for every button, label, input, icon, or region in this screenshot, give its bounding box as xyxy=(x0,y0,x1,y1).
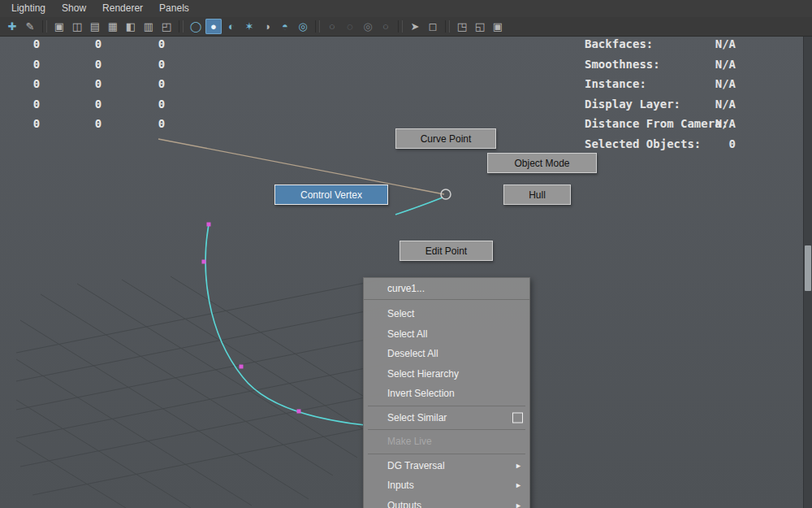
select-cursor-icon[interactable]: ➤ xyxy=(407,19,423,34)
menu-renderer[interactable]: Renderer xyxy=(94,0,151,17)
hud-counter: 0 xyxy=(31,98,42,111)
marking-menu-curve-point[interactable]: Curve Point xyxy=(395,128,496,149)
marking-menu-control-vertex[interactable]: Control Vertex xyxy=(274,185,388,205)
context-menu-item-make-live: Make Live xyxy=(364,432,529,452)
scrollbar-thumb[interactable] xyxy=(805,245,811,291)
isolate-select-icon[interactable]: ◳ xyxy=(454,19,470,34)
move-tool-icon[interactable]: ✚ xyxy=(4,19,20,34)
hud-counter: 0 xyxy=(156,37,167,51)
context-menu-item-invert-selection[interactable]: Invert Selection xyxy=(364,384,529,404)
hud-label: Display Layer: xyxy=(585,98,680,111)
marking-menu-hull[interactable]: Hull xyxy=(503,185,571,205)
hud-counter: 0 xyxy=(31,58,42,72)
hud-line: Distance From Camera:N/A xyxy=(585,117,736,137)
context-menu-body: Select Select All Deselect All Select Hi… xyxy=(364,300,529,508)
toolbar-separator xyxy=(398,20,403,33)
marking-menu-edit-point[interactable]: Edit Point xyxy=(400,241,493,261)
pane-swap-icon[interactable]: ◱ xyxy=(472,19,488,34)
hud-counter: 0 xyxy=(93,117,104,131)
hud-label: Smoothness: xyxy=(585,58,660,71)
menu-item-label: Inputs xyxy=(387,480,414,491)
hud-counter: 0 xyxy=(31,117,42,131)
layout-single-pane-icon[interactable]: ▣ xyxy=(51,19,67,34)
menu-item-label: Outputs xyxy=(387,500,421,508)
context-menu-item-select-all[interactable]: Select All xyxy=(364,324,529,345)
context-menu: curve1... Select Select All Deselect All… xyxy=(363,277,530,508)
layout-left-split-icon[interactable]: ◧ xyxy=(123,19,139,34)
hud-value: 0 xyxy=(729,137,736,151)
hud-counter: 0 xyxy=(156,98,167,111)
menu-item-label: Select Similar xyxy=(387,412,447,423)
viewport[interactable]: 000 000 000 000 000 Backfaces:N/A Smooth… xyxy=(0,36,804,508)
context-menu-title: curve1... xyxy=(364,278,529,300)
hud-label: Backfaces: xyxy=(585,37,653,50)
gate-mask-icon[interactable]: ◎ xyxy=(360,19,376,34)
marquee-select-icon[interactable]: ◻ xyxy=(425,19,441,34)
context-menu-item-deselect-all[interactable]: Deselect All xyxy=(364,344,529,364)
hud-value: N/A xyxy=(715,77,736,91)
hud-label: Distance From Camera: xyxy=(585,117,728,130)
menu-item-label: DG Traversal xyxy=(387,460,445,471)
hud-counter: 0 xyxy=(93,58,104,72)
layout-custom-icon[interactable]: ◰ xyxy=(158,19,175,34)
control-vertices[interactable] xyxy=(202,223,301,414)
screen-ao-icon[interactable]: ◓ xyxy=(277,19,293,34)
menu-separator xyxy=(368,454,525,454)
context-menu-item-select-similar[interactable]: Select Similar xyxy=(364,408,529,428)
vertical-scrollbar[interactable] xyxy=(803,36,812,508)
layout-stacked-panes-icon[interactable]: ▥ xyxy=(140,19,157,34)
toolbar-separator xyxy=(42,20,47,33)
wireframe-mode-icon[interactable]: ◯ xyxy=(188,19,204,34)
ground-grid xyxy=(16,276,414,508)
context-menu-item-outputs[interactable]: Outputs ► xyxy=(364,496,529,508)
maya-viewport-panel: Lighting Show Renderer Panels ✚ ✎ ▣ ◫ ▤ … xyxy=(0,0,812,508)
safe-title-icon[interactable]: ○ xyxy=(378,19,394,34)
context-menu-item-select-hierarchy[interactable]: Select Hierarchy xyxy=(364,364,529,384)
hud-count-row: 000 xyxy=(0,117,187,131)
hud-counter: 0 xyxy=(93,37,104,51)
layout-four-panes-icon[interactable]: ▦ xyxy=(105,19,121,34)
hud-counter: 0 xyxy=(31,77,42,91)
film-gate-icon[interactable]: ○ xyxy=(324,19,340,34)
submenu-arrow-icon: ► xyxy=(515,475,522,496)
menu-separator xyxy=(368,429,525,430)
nurbs-curve-upper[interactable] xyxy=(395,198,443,215)
hud-line: Backfaces:N/A xyxy=(585,37,736,58)
layout-two-panes-icon[interactable]: ◫ xyxy=(69,19,85,34)
hud-counter: 0 xyxy=(93,77,104,91)
select-similar-checkbox[interactable] xyxy=(512,412,523,423)
hud-value: N/A xyxy=(715,37,736,51)
hud-count-row: 000 xyxy=(0,98,187,111)
hud-label: Instance: xyxy=(585,77,646,90)
hud-line: Display Layer:N/A xyxy=(585,98,736,118)
marking-menu-object-mode[interactable]: Object Mode xyxy=(487,153,597,173)
panel-toolbar: ✚ ✎ ▣ ◫ ▤ ▦ ◧ ▥ ◰ ◯ ● ◐ ✶ ◑ ◓ ◎ ○ ◌ ◎ ○ … xyxy=(0,17,812,37)
fullscreen-icon[interactable]: ▣ xyxy=(490,19,506,34)
context-menu-item-inputs[interactable]: Inputs ► xyxy=(364,475,529,496)
shaded-mode-icon[interactable]: ● xyxy=(205,19,222,34)
toolbar-separator xyxy=(445,20,450,33)
hud-value: N/A xyxy=(715,98,736,111)
hud-object-info: Backfaces:N/A Smoothness:N/A Instance:N/… xyxy=(585,37,736,157)
context-menu-item-select[interactable]: Select xyxy=(364,304,529,324)
context-menu-item-dg-traversal[interactable]: DG Traversal ► xyxy=(364,456,529,476)
hud-line: Selected Objects:0 xyxy=(585,137,736,158)
pencil-tool-icon[interactable]: ✎ xyxy=(22,19,38,34)
menu-lighting[interactable]: Lighting xyxy=(3,0,54,17)
lighting-mode-icon[interactable]: ✶ xyxy=(241,19,257,34)
hud-value: N/A xyxy=(715,117,736,131)
nurbs-curve[interactable] xyxy=(205,224,365,425)
panel-menubar: Lighting Show Renderer Panels xyxy=(0,0,812,18)
hud-counter: 0 xyxy=(156,77,167,91)
resolution-gate-icon[interactable]: ◌ xyxy=(342,19,358,34)
menu-separator xyxy=(368,406,525,406)
hud-counter: 0 xyxy=(156,58,167,72)
menu-panels[interactable]: Panels xyxy=(151,0,197,17)
layout-outliner-icon[interactable]: ▤ xyxy=(87,19,103,34)
submenu-arrow-icon: ► xyxy=(515,496,522,508)
shadows-icon[interactable]: ◑ xyxy=(259,19,275,34)
hud-line: Smoothness:N/A xyxy=(585,58,736,78)
textured-mode-icon[interactable]: ◐ xyxy=(223,19,240,34)
motion-blur-icon[interactable]: ◎ xyxy=(295,19,311,34)
menu-show[interactable]: Show xyxy=(54,0,94,17)
